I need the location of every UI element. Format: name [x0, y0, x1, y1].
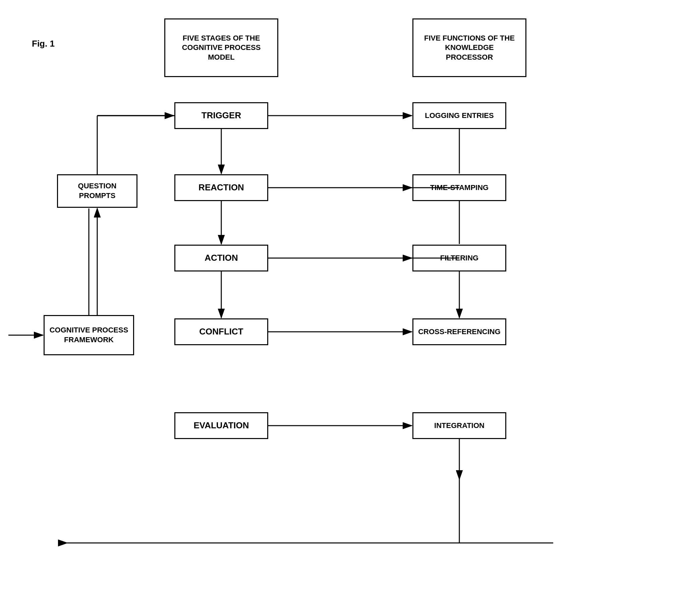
arrows-svg	[0, 0, 687, 616]
diagram: Fig. 1 FIVE STAGES OF THECOGNITIVE PROCE…	[0, 0, 687, 616]
